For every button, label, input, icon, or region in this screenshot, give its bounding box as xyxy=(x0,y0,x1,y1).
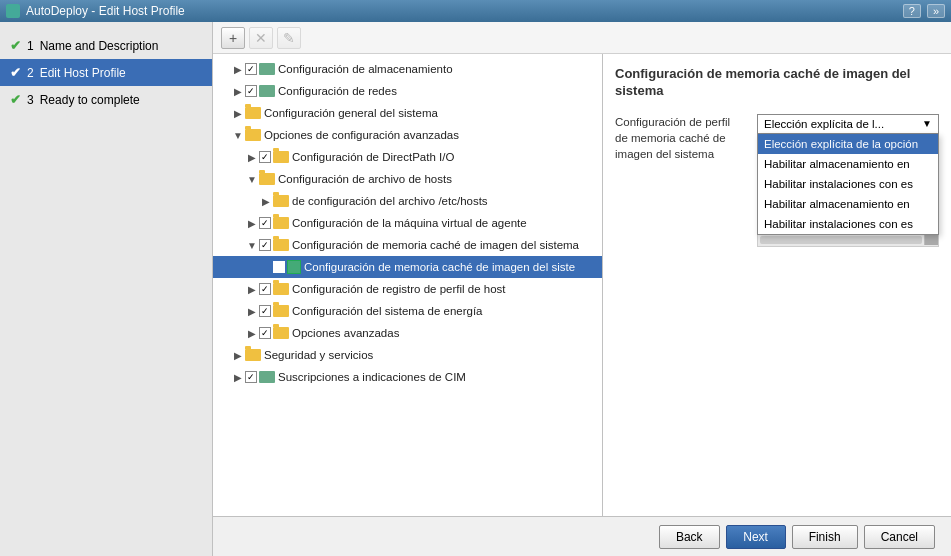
folder-icon-t9 xyxy=(273,239,289,251)
step3-check-icon: ✔ xyxy=(10,92,21,107)
tree-item-t12[interactable]: ▶ Configuración del sistema de energía xyxy=(213,300,602,322)
server-icon-t1 xyxy=(259,63,275,75)
check-t12[interactable] xyxy=(259,305,271,317)
tree-item-t2[interactable]: ▶ Configuración de redes xyxy=(213,80,602,102)
label-t1: Configuración de almacenamiento xyxy=(278,63,453,75)
toolbar: + ✕ ✎ xyxy=(213,22,951,54)
step1-num: 1 xyxy=(27,39,34,53)
dropdown-arrow-icon: ▼ xyxy=(922,118,932,129)
app-icon xyxy=(6,4,20,18)
expand-arrow-t15: ▶ xyxy=(231,372,245,383)
dropdown-selected-value: Elección explícita de l... xyxy=(764,118,884,130)
tree-item-t5[interactable]: ▶ Configuración de DirectPath I/O xyxy=(213,146,602,168)
expand-arrow-t2: ▶ xyxy=(231,86,245,97)
label-t4: Opciones de configuración avanzadas xyxy=(264,129,459,141)
sidebar-item-step2[interactable]: ✔ 2 Edit Host Profile xyxy=(0,59,212,86)
tree-item-t14[interactable]: ▶ Seguridad y servicios xyxy=(213,344,602,366)
panel-title: Configuración de memoria caché de imagen… xyxy=(615,66,939,100)
folder-icon-t5 xyxy=(273,151,289,163)
check-t11[interactable] xyxy=(259,283,271,295)
check-t10[interactable] xyxy=(273,261,285,273)
tree-item-t4[interactable]: ▼ Opciones de configuración avanzadas xyxy=(213,124,602,146)
expand-button[interactable]: » xyxy=(927,4,945,18)
tree-item-t11[interactable]: ▶ Configuración de registro de perfil de… xyxy=(213,278,602,300)
folder-icon-t4 xyxy=(245,129,261,141)
expand-arrow-t8: ▶ xyxy=(245,218,259,229)
step1-label: Name and Description xyxy=(40,39,159,53)
folder-icon-t11 xyxy=(273,283,289,295)
help-button[interactable]: ? xyxy=(903,4,921,18)
tree-item-t15[interactable]: ▶ Suscripciones a indicaciones de CIM xyxy=(213,366,602,388)
content-area: + ✕ ✎ ▶ Configuración de almacenamiento … xyxy=(213,22,951,556)
cancel-button[interactable]: Cancel xyxy=(864,525,935,549)
back-button[interactable]: Back xyxy=(659,525,720,549)
tree-item-t3[interactable]: ▶ Configuración general del sistema xyxy=(213,102,602,124)
step3-label: Ready to complete xyxy=(40,93,140,107)
check-t2[interactable] xyxy=(245,85,257,97)
sidebar: ✔ 1 Name and Description ✔ 2 Edit Host P… xyxy=(0,22,213,556)
label-t3: Configuración general del sistema xyxy=(264,107,438,119)
check-t5[interactable] xyxy=(259,151,271,163)
edit-button[interactable]: ✎ xyxy=(277,27,301,49)
folder-icon-t12 xyxy=(273,305,289,317)
add-button[interactable]: + xyxy=(221,27,245,49)
expand-arrow-t7: ▶ xyxy=(259,196,273,207)
tree-item-t7[interactable]: ▶ de configuración del archivo /etc/host… xyxy=(213,190,602,212)
remove-button[interactable]: ✕ xyxy=(249,27,273,49)
dropdown-option-3[interactable]: Habilitar almacenamiento en xyxy=(758,194,938,214)
expand-arrow-t3: ▶ xyxy=(231,108,245,119)
label-t8: Configuración de la máquina virtual de a… xyxy=(292,217,527,229)
tree-item-t9[interactable]: ▼ Configuración de memoria caché de imag… xyxy=(213,234,602,256)
step1-check-icon: ✔ xyxy=(10,38,21,53)
step2-num: 2 xyxy=(27,66,34,80)
check-t1[interactable] xyxy=(245,63,257,75)
tree-item-t13[interactable]: ▶ Opciones avanzadas xyxy=(213,322,602,344)
label-t7: de configuración del archivo /etc/hosts xyxy=(292,195,488,207)
title-bar: AutoDeploy - Edit Host Profile ? » xyxy=(0,0,951,22)
check-t8[interactable] xyxy=(259,217,271,229)
expand-arrow-t4: ▼ xyxy=(231,130,245,141)
check-t9[interactable] xyxy=(259,239,271,251)
server-icon-t2 xyxy=(259,85,275,97)
tree-panel: ▶ Configuración de almacenamiento ▶ Conf… xyxy=(213,54,603,516)
tree-item-t10[interactable]: Configuración de memoria caché de imagen… xyxy=(213,256,602,278)
label-t14: Seguridad y servicios xyxy=(264,349,373,361)
check-t15[interactable] xyxy=(245,371,257,383)
label-t2: Configuración de redes xyxy=(278,85,397,97)
config-control: Elección explícita de l... ▼ Elección ex… xyxy=(757,114,939,247)
title-bar-text: AutoDeploy - Edit Host Profile xyxy=(26,4,185,18)
label-t15: Suscripciones a indicaciones de CIM xyxy=(278,371,466,383)
tree-item-t6[interactable]: ▼ Configuración de archivo de hosts xyxy=(213,168,602,190)
folder-icon-t3 xyxy=(245,107,261,119)
label-t6: Configuración de archivo de hosts xyxy=(278,173,452,185)
config-label: Configuración de perfil de memoria caché… xyxy=(615,114,745,162)
step2-label: Edit Host Profile xyxy=(40,66,126,80)
finish-button[interactable]: Finish xyxy=(792,525,858,549)
dropdown-option-2[interactable]: Habilitar instalaciones con es xyxy=(758,174,938,194)
dropdown-option-1[interactable]: Habilitar almacenamiento en xyxy=(758,154,938,174)
sidebar-item-step3[interactable]: ✔ 3 Ready to complete xyxy=(0,86,212,113)
tree-item-t8[interactable]: ▶ Configuración de la máquina virtual de… xyxy=(213,212,602,234)
label-t10: Configuración de memoria caché de imagen… xyxy=(304,261,575,273)
footer: Back Next Finish Cancel xyxy=(213,516,951,556)
label-t9: Configuración de memoria caché de imagen… xyxy=(292,239,579,251)
config-row: Configuración de perfil de memoria caché… xyxy=(615,114,939,247)
check-t13[interactable] xyxy=(259,327,271,339)
expand-arrow-t13: ▶ xyxy=(245,328,259,339)
label-t5: Configuración de DirectPath I/O xyxy=(292,151,454,163)
tree-item-t1[interactable]: ▶ Configuración de almacenamiento xyxy=(213,58,602,80)
dropdown-option-0[interactable]: Elección explícita de la opción xyxy=(758,134,938,154)
label-t12: Configuración del sistema de energía xyxy=(292,305,483,317)
label-t11: Configuración de registro de perfil de h… xyxy=(292,283,506,295)
sidebar-item-step1[interactable]: ✔ 1 Name and Description xyxy=(0,32,212,59)
expand-arrow-t14: ▶ xyxy=(231,350,245,361)
expand-arrow-t12: ▶ xyxy=(245,306,259,317)
expand-arrow-t1: ▶ xyxy=(231,64,245,75)
right-panel: Configuración de memoria caché de imagen… xyxy=(603,54,951,516)
expand-arrow-t9: ▼ xyxy=(245,240,259,251)
next-button[interactable]: Next xyxy=(726,525,786,549)
server-icon-t15 xyxy=(259,371,275,383)
dropdown-option-4[interactable]: Habilitar instalaciones con es xyxy=(758,214,938,234)
dropdown-trigger[interactable]: Elección explícita de l... ▼ xyxy=(757,114,939,134)
folder-icon-t13 xyxy=(273,327,289,339)
